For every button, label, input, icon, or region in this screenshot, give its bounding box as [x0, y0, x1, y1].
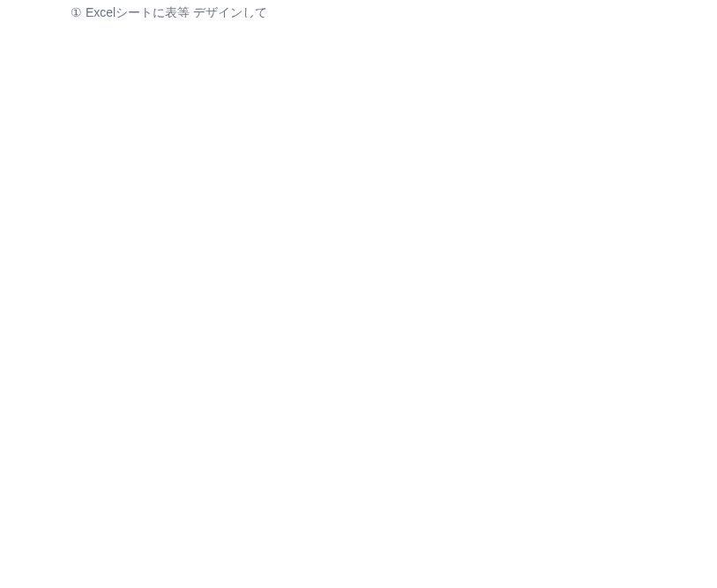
step1-label: ① Excelシートに表等 デザインして [71, 5, 267, 18]
